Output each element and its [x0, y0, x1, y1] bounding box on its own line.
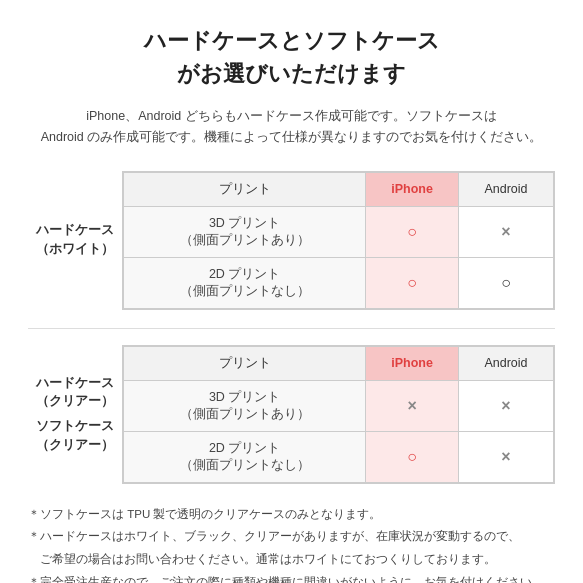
col-header-iphone: iPhone: [366, 172, 459, 206]
notes: ＊ソフトケースは TPU 製で透明のクリアケースのみとなります。＊ハードケースは…: [28, 504, 555, 584]
section1-row1-print: 2D プリント（側面プリントなし）: [124, 257, 366, 308]
circle-icon: ○: [501, 274, 511, 291]
section1-row0-android: ×: [458, 206, 553, 257]
section2-row1-iphone: ○: [366, 431, 459, 482]
cross-icon: ×: [407, 397, 416, 414]
cross-icon: ×: [501, 223, 510, 240]
section2-table-wrap: ハードケース （クリアー） ソフトケース （クリアー） プリント iPhone …: [28, 345, 555, 484]
cross-icon: ×: [501, 397, 510, 414]
section1-row0-print: 3D プリント（側面プリントあり）: [124, 206, 366, 257]
title-line1: ハードケースとソフトケース: [28, 24, 555, 57]
cross-icon: ×: [501, 448, 510, 465]
section1-row0-iphone: ○: [366, 206, 459, 257]
note-0: ＊ソフトケースは TPU 製で透明のクリアケースのみとなります。: [28, 504, 555, 525]
section2-row-header: ハードケース （クリアー） ソフトケース （クリアー）: [28, 345, 122, 484]
section2-row0-print: 3D プリント（側面プリントあり）: [124, 380, 366, 431]
section2-row1-print: 2D プリント（側面プリントなし）: [124, 431, 366, 482]
section2: ハードケース （クリアー） ソフトケース （クリアー） プリント iPhone …: [28, 345, 555, 484]
section1-row-header: ハードケース （ホワイト）: [28, 171, 122, 310]
section1-grid: プリント iPhone Android 3D プリント（側面プリントあり）○×2…: [122, 171, 555, 310]
section2-row0-android: ×: [458, 380, 553, 431]
circle-icon: ○: [407, 448, 417, 465]
note-1: ＊ハードケースはホワイト、ブラック、クリアーがありますが、在庫状況が変動するので…: [28, 526, 555, 547]
section1-row1-android: ○: [458, 257, 553, 308]
col2-header-iphone: iPhone: [366, 346, 459, 380]
section1: ハードケース （ホワイト） プリント iPhone Android 3D プリン…: [28, 171, 555, 310]
section2-grid: プリント iPhone Android 3D プリント（側面プリントあり）××2…: [122, 345, 555, 484]
note-3: ＊完全受注生産なので、ご注文の際に種類や機種に間違いがないように、お気を付けくだ…: [28, 572, 555, 583]
col2-header-print: プリント: [124, 346, 366, 380]
col2-header-android: Android: [458, 346, 553, 380]
section1-row1-iphone: ○: [366, 257, 459, 308]
main-title: ハードケースとソフトケース がお選びいただけます: [28, 24, 555, 90]
col-header-android: Android: [458, 172, 553, 206]
section1-table-wrap: ハードケース （ホワイト） プリント iPhone Android 3D プリン…: [28, 171, 555, 310]
subtitle: iPhone、Android どちらもハードケース作成可能です。ソフトケースはA…: [28, 106, 555, 149]
section2-row1-android: ×: [458, 431, 553, 482]
col-header-print: プリント: [124, 172, 366, 206]
section2-row0-iphone: ×: [366, 380, 459, 431]
circle-icon: ○: [407, 274, 417, 291]
circle-icon: ○: [407, 223, 417, 240]
note-2: ご希望の場合はお問い合わせください。通常はホワイトにておつくりしております。: [28, 549, 555, 570]
divider: [28, 328, 555, 329]
title-line2: がお選びいただけます: [28, 57, 555, 90]
